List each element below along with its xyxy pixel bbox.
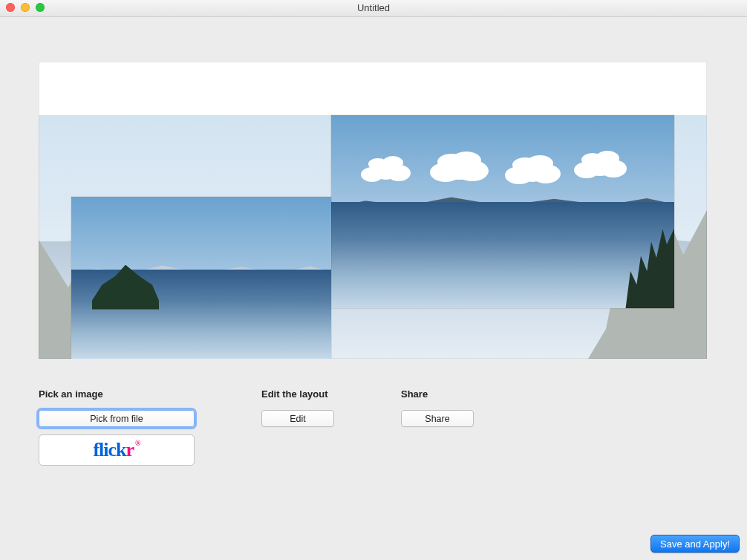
save-and-apply-button[interactable]: Save and Apply!: [650, 535, 740, 553]
pick-from-file-button[interactable]: Pick from file: [39, 410, 195, 427]
window-titlebar: Untitled: [0, 0, 747, 17]
flickr-logo-text-pink: r: [126, 439, 134, 461]
flickr-button[interactable]: flickr®: [39, 434, 195, 466]
window-title: Untitled: [0, 0, 747, 16]
edit-layout-heading: Edit the layout: [261, 388, 334, 400]
share-button[interactable]: Share: [401, 410, 474, 427]
edit-layout-section: Edit the layout Edit: [261, 388, 334, 466]
display-panel-left[interactable]: [71, 197, 331, 359]
pick-image-heading: Pick an image: [39, 388, 195, 400]
share-section: Share Share: [401, 388, 474, 466]
share-heading: Share: [401, 388, 474, 400]
wallpaper-preview: [39, 62, 707, 359]
pick-image-section: Pick an image Pick from file flickr®: [39, 388, 195, 466]
flickr-logo-text-blue: flick: [93, 439, 125, 461]
flickr-registered-icon: ®: [135, 439, 140, 447]
display-panel-right[interactable]: [331, 115, 674, 308]
edit-button[interactable]: Edit: [261, 410, 334, 427]
